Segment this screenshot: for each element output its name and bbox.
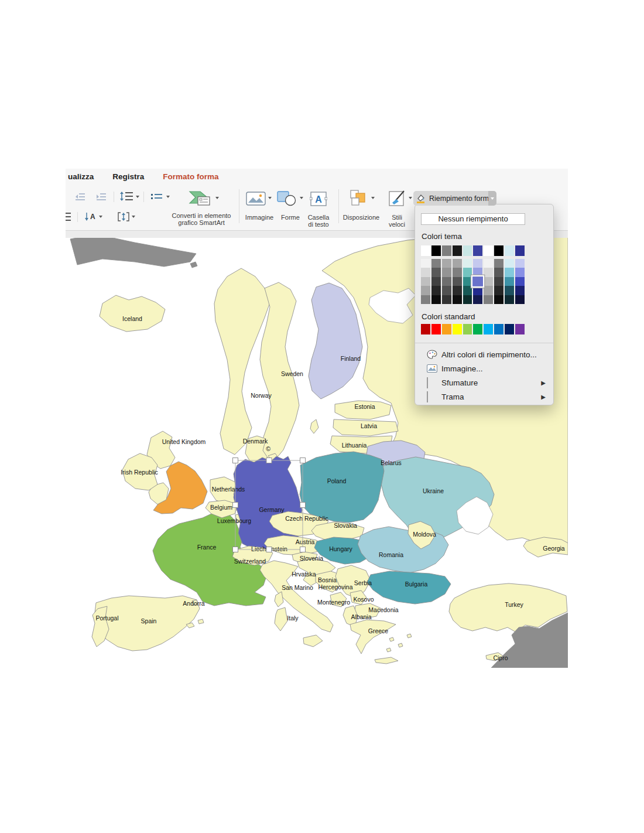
picture-fill-item[interactable]: Immagine...	[415, 361, 553, 375]
selection-handle[interactable]	[300, 458, 306, 463]
texture-fill-item[interactable]: Trama ▶	[415, 390, 553, 404]
theme-variant-swatch[interactable]	[421, 259, 430, 268]
theme-variant-swatch[interactable]	[442, 259, 451, 268]
quick-styles-icon[interactable]	[389, 190, 406, 207]
country-iceland[interactable]	[100, 295, 165, 332]
theme-variant-swatch[interactable]	[505, 268, 514, 276]
standard-color-swatch[interactable]	[515, 324, 525, 334]
island-sicily[interactable]	[303, 635, 323, 647]
selection-handle[interactable]	[233, 547, 238, 552]
shape-fill-button[interactable]: Riempimento forma	[413, 191, 496, 206]
island-gotland[interactable]	[310, 419, 318, 433]
theme-variant-swatch[interactable]	[494, 268, 503, 276]
shape-fill-caret[interactable]	[488, 191, 496, 206]
theme-variant-swatch[interactable]	[484, 286, 493, 295]
theme-variant-swatch[interactable]	[494, 295, 503, 304]
increase-indent-icon[interactable]	[96, 192, 107, 201]
theme-variant-swatch[interactable]	[431, 259, 441, 268]
theme-variant-swatch[interactable]	[421, 268, 430, 276]
theme-variant-swatch[interactable]	[484, 259, 493, 268]
theme-variant-swatch[interactable]	[421, 295, 430, 304]
country-finland[interactable]	[309, 283, 362, 399]
theme-color-swatch[interactable]	[431, 245, 441, 256]
theme-variant-swatch[interactable]	[421, 277, 430, 286]
theme-variant-swatch[interactable]	[473, 268, 482, 276]
disposizione-label[interactable]: Disposizione	[339, 214, 383, 221]
country-poland[interactable]	[300, 452, 384, 523]
theme-variant-swatch[interactable]	[463, 268, 472, 276]
theme-variant-swatch[interactable]	[442, 286, 451, 295]
country-greenland[interactable]	[70, 238, 196, 267]
theme-variant-swatch[interactable]	[473, 259, 482, 268]
theme-variant-swatch[interactable]	[453, 295, 462, 304]
standard-color-swatch[interactable]	[494, 324, 503, 334]
text-direction-icon[interactable]: A	[85, 211, 95, 222]
chevron-down-icon[interactable]	[268, 197, 272, 199]
arrange-icon[interactable]	[350, 190, 368, 207]
theme-variant-swatch[interactable]	[453, 268, 462, 276]
theme-variant-swatch[interactable]	[442, 295, 451, 304]
theme-variant-swatch[interactable]	[515, 259, 525, 268]
island-svalbard[interactable]	[190, 262, 197, 268]
theme-color-swatch[interactable]	[484, 245, 493, 256]
chevron-down-icon[interactable]	[132, 216, 135, 218]
menu-visualizza[interactable]: ualizza	[68, 172, 94, 181]
theme-variant-swatch[interactable]	[505, 286, 514, 295]
theme-color-swatch[interactable]	[463, 245, 472, 256]
selected-color-swatch[interactable]	[472, 276, 483, 286]
theme-variant-swatch[interactable]	[515, 268, 525, 276]
theme-color-swatch[interactable]	[473, 245, 482, 256]
theme-variant-swatch[interactable]	[484, 268, 493, 276]
theme-variant-swatch[interactable]	[453, 277, 462, 286]
standard-color-swatch[interactable]	[505, 324, 514, 334]
theme-color-swatch[interactable]	[453, 245, 462, 256]
selection-handle[interactable]	[233, 458, 238, 463]
theme-variant-swatch[interactable]	[463, 295, 472, 304]
theme-variant-swatch[interactable]	[463, 259, 472, 268]
decrease-indent-icon[interactable]	[75, 192, 85, 201]
menu-registra[interactable]: Registra	[112, 172, 144, 181]
theme-variant-swatch[interactable]	[442, 277, 451, 286]
chevron-down-icon[interactable]	[99, 216, 102, 218]
theme-variant-swatch[interactable]	[505, 259, 514, 268]
standard-color-swatch[interactable]	[484, 324, 493, 334]
theme-variant-swatch[interactable]	[505, 295, 514, 304]
image-icon[interactable]	[246, 192, 266, 206]
standard-color-swatch[interactable]	[463, 324, 472, 334]
selection-handle[interactable]	[233, 503, 238, 508]
chevron-down-icon[interactable]	[300, 197, 303, 199]
standard-color-swatch[interactable]	[421, 324, 430, 334]
standard-color-swatch[interactable]	[453, 324, 462, 334]
theme-variant-swatch[interactable]	[515, 277, 525, 286]
chevron-down-icon[interactable]	[166, 196, 170, 198]
stili-veloci-label[interactable]: Stiliveloci	[381, 214, 413, 228]
immagine-label[interactable]: Immagine	[242, 214, 277, 221]
align-text-vertical-icon[interactable]	[118, 211, 129, 222]
theme-color-swatch[interactable]	[421, 245, 430, 256]
selection-handle[interactable]	[266, 547, 272, 552]
theme-variant-swatch[interactable]	[431, 277, 441, 286]
theme-variant-swatch[interactable]	[463, 277, 472, 286]
standard-color-swatch[interactable]	[473, 324, 482, 334]
chevron-down-icon[interactable]	[371, 197, 375, 199]
line-spacing-icon[interactable]	[119, 191, 133, 202]
theme-variant-swatch[interactable]	[505, 277, 514, 286]
theme-variant-swatch[interactable]	[484, 277, 493, 286]
selection-handle[interactable]	[300, 503, 306, 508]
chevron-down-icon[interactable]	[215, 197, 219, 199]
theme-variant-swatch[interactable]	[431, 295, 441, 304]
theme-color-swatch[interactable]	[505, 245, 514, 256]
theme-variant-swatch[interactable]	[473, 286, 482, 295]
textbox-icon[interactable]: A	[310, 191, 327, 207]
theme-variant-swatch[interactable]	[421, 286, 430, 295]
theme-variant-swatch[interactable]	[431, 286, 441, 295]
selection-handle[interactable]	[266, 458, 272, 463]
theme-variant-swatch[interactable]	[463, 286, 472, 295]
theme-variant-swatch[interactable]	[473, 295, 482, 304]
more-fill-colors-item[interactable]: Altri colori di riempimento...	[415, 347, 553, 361]
standard-color-swatch[interactable]	[431, 324, 441, 334]
chevron-down-icon[interactable]	[136, 196, 139, 198]
shapes-icon[interactable]	[277, 191, 298, 206]
smartart-label[interactable]: Converti in elementografico SmartArt	[155, 212, 248, 226]
island-crete[interactable]	[375, 657, 398, 664]
